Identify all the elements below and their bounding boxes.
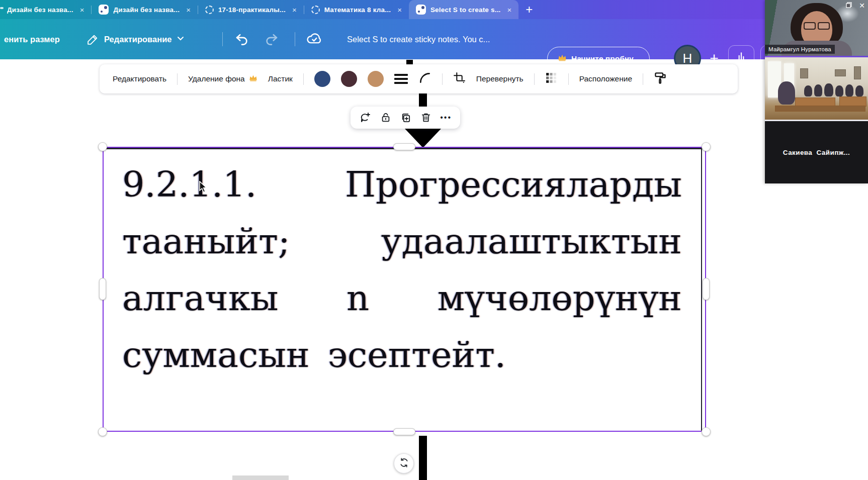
edit-button[interactable]: Редактировать bbox=[113, 74, 166, 83]
resize-handle-left[interactable] bbox=[99, 278, 106, 300]
rotate-icon bbox=[399, 457, 409, 470]
lock-icon[interactable] bbox=[380, 112, 391, 123]
color-swatch-blue[interactable] bbox=[314, 71, 330, 87]
trash-icon[interactable] bbox=[420, 112, 431, 123]
resize-handle-top[interactable] bbox=[393, 143, 415, 150]
crown-icon bbox=[558, 54, 567, 63]
selection-quick-toolbar: ••• bbox=[351, 107, 460, 129]
tab-title: Математика 8 кла... bbox=[324, 6, 391, 14]
eraser-button[interactable]: Ластик bbox=[268, 74, 293, 83]
participant-tile-3[interactable]: Сакиева Сайипж... bbox=[765, 121, 868, 183]
duplicate-icon[interactable] bbox=[400, 112, 411, 124]
window-controls: ✕ bbox=[846, 1, 865, 10]
color-swatch-maroon[interactable] bbox=[341, 71, 357, 87]
person bbox=[814, 84, 822, 97]
toolbar-divider bbox=[568, 73, 569, 85]
wall-picture bbox=[835, 69, 846, 76]
pencil-icon bbox=[86, 33, 99, 46]
tab-design-1[interactable]: Дизайн без назва... × bbox=[0, 0, 91, 19]
glasses bbox=[802, 22, 831, 30]
desk bbox=[839, 97, 866, 107]
resize-handle-top-left[interactable] bbox=[98, 142, 107, 151]
canva-favicon-icon bbox=[416, 5, 426, 15]
close-icon[interactable]: × bbox=[505, 6, 514, 14]
participant-name-label: Сакиева Сайипж... bbox=[783, 149, 850, 156]
add-comment-icon[interactable] bbox=[359, 112, 371, 124]
toolbar-divider bbox=[534, 73, 535, 85]
resize-handle-right[interactable] bbox=[703, 278, 710, 300]
paint-roller-icon[interactable] bbox=[654, 71, 667, 87]
partial-ui-fragment bbox=[232, 475, 289, 480]
screen: Дизайн без назва... × Дизайн без назва..… bbox=[0, 0, 868, 480]
close-window-icon[interactable]: ✕ bbox=[859, 2, 865, 9]
restore-window-icon[interactable] bbox=[846, 1, 852, 10]
toolbar-divider bbox=[442, 73, 443, 85]
person bbox=[855, 85, 863, 97]
image-border-right bbox=[701, 148, 703, 431]
video-call-window[interactable]: ✕ Майрамгул Нурматова Сакиева Сайипж... bbox=[765, 0, 868, 183]
resize-handle-bottom-right[interactable] bbox=[702, 427, 711, 436]
person bbox=[835, 85, 843, 97]
tab-math[interactable]: Математика 8 кла... × bbox=[304, 0, 409, 19]
wall-picture bbox=[854, 66, 861, 79]
close-icon[interactable]: × bbox=[78, 6, 86, 14]
more-options-icon[interactable]: ••• bbox=[440, 113, 452, 122]
tab-active-canva[interactable]: Select S to create s... × bbox=[409, 0, 518, 19]
stroke-weight-icon[interactable] bbox=[394, 74, 408, 84]
tab-title: Дизайн без назва... bbox=[7, 6, 73, 14]
editing-mode-menu[interactable]: Редактирование bbox=[86, 19, 185, 59]
close-icon[interactable]: × bbox=[184, 6, 193, 14]
transparency-icon[interactable] bbox=[545, 72, 558, 86]
bar-chart-icon bbox=[735, 51, 748, 66]
browser-tab-bar: Дизайн без назва... × Дизайн без назва..… bbox=[0, 0, 868, 19]
wall-picture bbox=[800, 68, 808, 78]
toolbar-divider bbox=[177, 73, 178, 85]
resize-handle-bottom[interactable] bbox=[393, 428, 415, 435]
resize-handle-bottom-left[interactable] bbox=[98, 427, 107, 436]
selected-text-element[interactable]: 9.2.1.1.Прогрессияларды тааныйт;удаалашт… bbox=[103, 147, 706, 432]
person bbox=[778, 81, 795, 105]
curve-icon[interactable] bbox=[418, 71, 431, 86]
loading-spinner-icon bbox=[311, 6, 320, 14]
close-icon[interactable]: × bbox=[290, 6, 299, 14]
new-tab-button[interactable]: + bbox=[518, 4, 540, 16]
person bbox=[845, 84, 853, 97]
toolbar-divider bbox=[222, 32, 223, 46]
color-swatch-tan[interactable] bbox=[368, 71, 384, 87]
cut-off-tab-fragment bbox=[0, 7, 4, 9]
toolbar-divider bbox=[303, 73, 304, 85]
status-hint: Select S to create sticky notes. You c..… bbox=[347, 19, 490, 59]
close-icon[interactable]: × bbox=[395, 6, 404, 14]
tab-practical[interactable]: 17-18-практикалы... × bbox=[198, 0, 304, 19]
person bbox=[804, 85, 812, 97]
resize-button[interactable]: енить размер bbox=[4, 19, 60, 59]
chevron-down-icon bbox=[177, 34, 185, 44]
mouse-cursor bbox=[199, 181, 211, 196]
crown-icon bbox=[249, 74, 257, 83]
resize-handle-top-right[interactable] bbox=[702, 142, 711, 151]
loading-spinner-icon bbox=[205, 6, 214, 14]
arrow-shaft-upper[interactable] bbox=[419, 93, 427, 107]
participant-name-label: Майрамгул Нурматова bbox=[765, 45, 835, 54]
rotate-handle[interactable] bbox=[394, 453, 414, 473]
arrow-shaft-lower[interactable] bbox=[419, 436, 427, 480]
element-context-toolbar: Редактировать Удаление фона Ластик Перев… bbox=[100, 64, 738, 93]
desk bbox=[775, 106, 865, 112]
app-toolbar: енить размер Редактирование Select S to … bbox=[0, 19, 868, 59]
toolbar-divider bbox=[295, 32, 295, 46]
canva-favicon-icon bbox=[99, 5, 109, 15]
crop-icon[interactable] bbox=[453, 72, 466, 86]
participant-video-2-classroom[interactable] bbox=[765, 57, 868, 120]
person bbox=[824, 83, 833, 97]
undo-button[interactable] bbox=[234, 19, 249, 59]
background-remove-button[interactable]: Удаление фона bbox=[188, 74, 257, 83]
position-button[interactable]: Расположение bbox=[579, 74, 632, 83]
tab-title: 17-18-практикалы... bbox=[218, 6, 286, 14]
tab-title: Дизайн без назва... bbox=[113, 6, 180, 14]
participant-video-1[interactable]: ✕ Майрамгул Нурматова bbox=[765, 0, 868, 56]
tab-design-2[interactable]: Дизайн без назва... × bbox=[92, 0, 197, 19]
tab-title: Select S to create s... bbox=[430, 6, 501, 14]
redo-button[interactable] bbox=[264, 19, 279, 59]
cloud-saved-icon[interactable] bbox=[306, 19, 323, 59]
flip-button[interactable]: Перевернуть bbox=[476, 74, 524, 83]
